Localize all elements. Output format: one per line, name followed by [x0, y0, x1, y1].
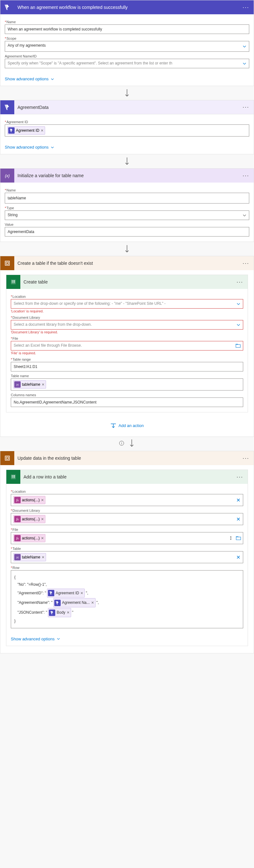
variable-title: Initialize a variable for table name — [14, 173, 238, 178]
folder-icon[interactable] — [235, 343, 241, 348]
library-dropdown[interactable]: Select a document library from the drop-… — [11, 320, 243, 330]
remove-token[interactable]: ✕ — [41, 498, 44, 502]
addrow-header[interactable]: Add a row into a table ··· — [6, 470, 248, 484]
menu-button[interactable]: ··· — [238, 4, 254, 11]
var-type-label: *Type — [5, 206, 249, 210]
row-text: ", — [86, 590, 88, 597]
tablename-token[interactable]: {x} tableName ✕ — [13, 553, 46, 561]
scope-icon — [0, 451, 14, 465]
remove-token[interactable]: ✕ — [80, 590, 83, 596]
menu-button[interactable]: ··· — [232, 279, 248, 285]
create-table-title: Create table — [20, 279, 232, 284]
svg-text:{x}: {x} — [16, 556, 19, 559]
tablename-token[interactable]: {x} tableName ✕ — [13, 380, 46, 389]
menu-button[interactable]: ··· — [238, 260, 254, 267]
location-label: *Location — [11, 490, 243, 493]
scope-icon — [0, 256, 14, 270]
excel-icon — [6, 470, 20, 484]
variable-header[interactable]: {x} Initialize a variable for table name… — [0, 168, 254, 183]
advanced-options-link[interactable]: Show advanced options — [5, 76, 54, 81]
flow-arrow — [129, 439, 135, 448]
update-header[interactable]: Update data in the existing table ··· — [0, 451, 254, 465]
var-name-input[interactable] — [5, 193, 249, 204]
tablename-input[interactable]: {x} tableName ✕ — [11, 378, 243, 391]
library-input[interactable]: fx actions(...) ✕ ✕ — [11, 513, 243, 525]
menu-button[interactable]: ··· — [238, 173, 254, 179]
columns-input[interactable] — [11, 398, 243, 407]
agreementid-label: *Agreement ID — [5, 120, 249, 124]
range-input[interactable] — [11, 362, 243, 371]
file-input[interactable]: fx actions(...) ✕ ▲▼ — [11, 532, 243, 544]
remove-token[interactable]: ✕ — [41, 517, 44, 521]
flow-arrow — [0, 154, 254, 168]
agreementid-token[interactable]: Agreement ID ✕ — [47, 589, 85, 598]
info-icon[interactable]: i — [119, 441, 124, 446]
range-label: *Table range — [11, 358, 243, 361]
row-text: "JSONContent": " — [18, 609, 47, 616]
adobe-icon — [54, 600, 61, 606]
spinner[interactable]: ▲▼ — [229, 536, 232, 541]
advanced-options-link[interactable]: Show advanced options — [11, 637, 60, 641]
agreementid-token[interactable]: Agreement ID ✕ — [7, 126, 45, 134]
svg-rect-1 — [5, 261, 9, 265]
row-text: ", — [97, 599, 99, 607]
row-input[interactable]: { "No": "=Row()-1", "AgreementID": " Agr… — [11, 570, 243, 628]
svg-rect-2 — [6, 262, 8, 265]
agreement-label: Agreement Name/ID — [5, 54, 249, 58]
remove-token[interactable]: ✕ — [67, 609, 69, 616]
clear-button[interactable]: ✕ — [236, 516, 240, 522]
location-dropdown[interactable]: Select from the drop-down or specify one… — [11, 299, 243, 309]
name-input[interactable] — [5, 25, 249, 34]
create-table-header[interactable]: Create table ··· — [6, 275, 248, 289]
svg-text:i: i — [121, 442, 122, 445]
menu-button[interactable]: ··· — [232, 474, 248, 480]
advanced-options-link[interactable]: Show advanced options — [5, 145, 54, 150]
scope-header[interactable]: Create a table if the table doesn't exis… — [0, 256, 254, 270]
fx-icon: fx — [14, 497, 21, 503]
file-error: 'File' is required. — [11, 351, 243, 355]
svg-text:{x}: {x} — [16, 383, 19, 386]
add-action-button[interactable]: Add an action — [6, 416, 248, 437]
library-label: *Document Library — [11, 508, 243, 513]
fx-token[interactable]: fx actions(...) ✕ — [13, 496, 45, 504]
folder-icon[interactable] — [236, 536, 241, 540]
file-input[interactable]: Select an Excel file through File Browse… — [11, 341, 243, 350]
agreementname-token[interactable]: Agreement Na... ✕ — [53, 598, 95, 607]
clear-button[interactable]: ✕ — [236, 554, 240, 560]
trigger-header[interactable]: When an agreement workflow is completed … — [0, 0, 254, 14]
agreementid-input[interactable]: Agreement ID ✕ — [5, 124, 249, 136]
chevron-down-icon — [51, 77, 54, 81]
clear-button[interactable]: ✕ — [236, 497, 240, 503]
row-label: *Row — [11, 566, 243, 569]
table-label: *Table — [11, 547, 243, 551]
var-value-input[interactable] — [5, 227, 249, 237]
fx-token[interactable]: fx actions(...) ✕ — [13, 515, 45, 523]
agreement-dropdown[interactable]: Specify only when "Scope" is "A specific… — [5, 59, 249, 68]
remove-token[interactable]: ✕ — [41, 382, 44, 387]
location-label: *Location — [11, 294, 243, 299]
menu-button[interactable]: ··· — [238, 455, 254, 462]
library-error: 'Document Library' is required. — [11, 330, 243, 334]
remove-token[interactable]: ✕ — [41, 536, 44, 540]
row-text: "No": "=Row()-1", — [18, 581, 240, 588]
addrow-title: Add a row into a table — [20, 474, 232, 479]
table-input[interactable]: {x} tableName ✕ ✕ — [11, 551, 243, 563]
body-token[interactable]: Body ✕ — [48, 608, 71, 617]
fx-token[interactable]: fx actions(...) ✕ — [13, 534, 45, 542]
row-text: "AgreementID": " — [18, 590, 46, 597]
agreementdata-header[interactable]: AgreementData ··· — [0, 100, 254, 114]
location-input[interactable]: fx actions(...) ✕ ✕ — [11, 494, 243, 506]
remove-token[interactable]: ✕ — [41, 129, 43, 133]
name-label: *Name — [5, 20, 249, 24]
library-label: *Document Library — [11, 316, 243, 319]
chevron-down-icon — [51, 146, 54, 149]
var-type-dropdown[interactable]: String — [5, 211, 249, 220]
scope-title: Create a table if the table doesn't exis… — [14, 261, 238, 266]
remove-token[interactable]: ✕ — [41, 555, 44, 559]
fx-icon: fx — [14, 535, 21, 541]
remove-token[interactable]: ✕ — [91, 599, 94, 606]
flow-arrow — [0, 86, 254, 100]
menu-button[interactable]: ··· — [238, 104, 254, 111]
scope-dropdown[interactable]: Any of my agreements — [5, 41, 249, 52]
flow-arrow — [0, 242, 254, 256]
